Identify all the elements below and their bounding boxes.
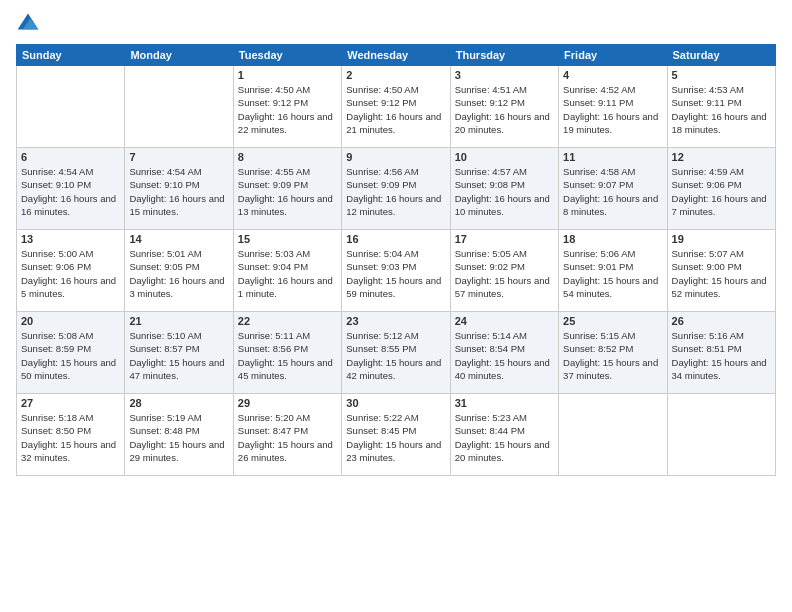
calendar-cell: 16Sunrise: 5:04 AMSunset: 9:03 PMDayligh… bbox=[342, 230, 450, 312]
day-number: 16 bbox=[346, 233, 445, 245]
day-number: 6 bbox=[21, 151, 120, 163]
day-info: Sunrise: 5:11 AMSunset: 8:56 PMDaylight:… bbox=[238, 329, 337, 382]
calendar-cell: 2Sunrise: 4:50 AMSunset: 9:12 PMDaylight… bbox=[342, 66, 450, 148]
day-info: Sunrise: 5:00 AMSunset: 9:06 PMDaylight:… bbox=[21, 247, 120, 300]
day-number: 19 bbox=[672, 233, 771, 245]
day-number: 23 bbox=[346, 315, 445, 327]
day-number: 22 bbox=[238, 315, 337, 327]
day-number: 27 bbox=[21, 397, 120, 409]
calendar-cell: 22Sunrise: 5:11 AMSunset: 8:56 PMDayligh… bbox=[233, 312, 341, 394]
day-number: 31 bbox=[455, 397, 554, 409]
day-number: 24 bbox=[455, 315, 554, 327]
day-number: 30 bbox=[346, 397, 445, 409]
day-number: 4 bbox=[563, 69, 662, 81]
calendar-cell: 26Sunrise: 5:16 AMSunset: 8:51 PMDayligh… bbox=[667, 312, 775, 394]
day-number: 7 bbox=[129, 151, 228, 163]
day-info: Sunrise: 5:08 AMSunset: 8:59 PMDaylight:… bbox=[21, 329, 120, 382]
day-number: 3 bbox=[455, 69, 554, 81]
header bbox=[16, 12, 776, 36]
day-number: 8 bbox=[238, 151, 337, 163]
day-info: Sunrise: 4:54 AMSunset: 9:10 PMDaylight:… bbox=[21, 165, 120, 218]
day-info: Sunrise: 5:15 AMSunset: 8:52 PMDaylight:… bbox=[563, 329, 662, 382]
calendar-cell: 10Sunrise: 4:57 AMSunset: 9:08 PMDayligh… bbox=[450, 148, 558, 230]
calendar-cell: 15Sunrise: 5:03 AMSunset: 9:04 PMDayligh… bbox=[233, 230, 341, 312]
calendar-cell: 1Sunrise: 4:50 AMSunset: 9:12 PMDaylight… bbox=[233, 66, 341, 148]
calendar-cell: 28Sunrise: 5:19 AMSunset: 8:48 PMDayligh… bbox=[125, 394, 233, 476]
calendar-week-5: 27Sunrise: 5:18 AMSunset: 8:50 PMDayligh… bbox=[17, 394, 776, 476]
calendar-week-1: 1Sunrise: 4:50 AMSunset: 9:12 PMDaylight… bbox=[17, 66, 776, 148]
day-info: Sunrise: 4:54 AMSunset: 9:10 PMDaylight:… bbox=[129, 165, 228, 218]
day-number: 5 bbox=[672, 69, 771, 81]
calendar-cell: 17Sunrise: 5:05 AMSunset: 9:02 PMDayligh… bbox=[450, 230, 558, 312]
day-info: Sunrise: 5:23 AMSunset: 8:44 PMDaylight:… bbox=[455, 411, 554, 464]
day-number: 9 bbox=[346, 151, 445, 163]
day-info: Sunrise: 5:16 AMSunset: 8:51 PMDaylight:… bbox=[672, 329, 771, 382]
day-info: Sunrise: 5:04 AMSunset: 9:03 PMDaylight:… bbox=[346, 247, 445, 300]
calendar-table: SundayMondayTuesdayWednesdayThursdayFrid… bbox=[16, 44, 776, 476]
day-info: Sunrise: 4:55 AMSunset: 9:09 PMDaylight:… bbox=[238, 165, 337, 218]
day-info: Sunrise: 5:18 AMSunset: 8:50 PMDaylight:… bbox=[21, 411, 120, 464]
calendar-week-3: 13Sunrise: 5:00 AMSunset: 9:06 PMDayligh… bbox=[17, 230, 776, 312]
day-info: Sunrise: 5:03 AMSunset: 9:04 PMDaylight:… bbox=[238, 247, 337, 300]
calendar-cell: 29Sunrise: 5:20 AMSunset: 8:47 PMDayligh… bbox=[233, 394, 341, 476]
day-info: Sunrise: 4:50 AMSunset: 9:12 PMDaylight:… bbox=[346, 83, 445, 136]
day-number: 17 bbox=[455, 233, 554, 245]
day-number: 18 bbox=[563, 233, 662, 245]
calendar-cell: 12Sunrise: 4:59 AMSunset: 9:06 PMDayligh… bbox=[667, 148, 775, 230]
calendar-cell: 31Sunrise: 5:23 AMSunset: 8:44 PMDayligh… bbox=[450, 394, 558, 476]
day-number: 26 bbox=[672, 315, 771, 327]
calendar-cell: 25Sunrise: 5:15 AMSunset: 8:52 PMDayligh… bbox=[559, 312, 667, 394]
day-info: Sunrise: 5:06 AMSunset: 9:01 PMDaylight:… bbox=[563, 247, 662, 300]
page: SundayMondayTuesdayWednesdayThursdayFrid… bbox=[0, 0, 792, 612]
calendar-cell bbox=[559, 394, 667, 476]
calendar-cell bbox=[125, 66, 233, 148]
calendar-cell: 23Sunrise: 5:12 AMSunset: 8:55 PMDayligh… bbox=[342, 312, 450, 394]
calendar-cell: 11Sunrise: 4:58 AMSunset: 9:07 PMDayligh… bbox=[559, 148, 667, 230]
weekday-header-sunday: Sunday bbox=[17, 45, 125, 66]
calendar-cell bbox=[667, 394, 775, 476]
day-info: Sunrise: 5:10 AMSunset: 8:57 PMDaylight:… bbox=[129, 329, 228, 382]
logo bbox=[16, 12, 44, 36]
day-number: 25 bbox=[563, 315, 662, 327]
calendar-cell: 6Sunrise: 4:54 AMSunset: 9:10 PMDaylight… bbox=[17, 148, 125, 230]
day-number: 15 bbox=[238, 233, 337, 245]
day-number: 1 bbox=[238, 69, 337, 81]
calendar-cell: 7Sunrise: 4:54 AMSunset: 9:10 PMDaylight… bbox=[125, 148, 233, 230]
weekday-header-tuesday: Tuesday bbox=[233, 45, 341, 66]
calendar-cell bbox=[17, 66, 125, 148]
calendar-week-4: 20Sunrise: 5:08 AMSunset: 8:59 PMDayligh… bbox=[17, 312, 776, 394]
day-info: Sunrise: 5:05 AMSunset: 9:02 PMDaylight:… bbox=[455, 247, 554, 300]
day-number: 11 bbox=[563, 151, 662, 163]
day-info: Sunrise: 4:56 AMSunset: 9:09 PMDaylight:… bbox=[346, 165, 445, 218]
day-number: 10 bbox=[455, 151, 554, 163]
day-number: 12 bbox=[672, 151, 771, 163]
day-number: 29 bbox=[238, 397, 337, 409]
day-info: Sunrise: 4:57 AMSunset: 9:08 PMDaylight:… bbox=[455, 165, 554, 218]
day-number: 20 bbox=[21, 315, 120, 327]
calendar-cell: 13Sunrise: 5:00 AMSunset: 9:06 PMDayligh… bbox=[17, 230, 125, 312]
weekday-header-wednesday: Wednesday bbox=[342, 45, 450, 66]
logo-icon bbox=[16, 12, 40, 36]
weekday-header-monday: Monday bbox=[125, 45, 233, 66]
calendar-cell: 4Sunrise: 4:52 AMSunset: 9:11 PMDaylight… bbox=[559, 66, 667, 148]
day-info: Sunrise: 5:07 AMSunset: 9:00 PMDaylight:… bbox=[672, 247, 771, 300]
day-info: Sunrise: 4:59 AMSunset: 9:06 PMDaylight:… bbox=[672, 165, 771, 218]
calendar-cell: 5Sunrise: 4:53 AMSunset: 9:11 PMDaylight… bbox=[667, 66, 775, 148]
calendar-cell: 19Sunrise: 5:07 AMSunset: 9:00 PMDayligh… bbox=[667, 230, 775, 312]
calendar-cell: 24Sunrise: 5:14 AMSunset: 8:54 PMDayligh… bbox=[450, 312, 558, 394]
day-info: Sunrise: 4:58 AMSunset: 9:07 PMDaylight:… bbox=[563, 165, 662, 218]
calendar-cell: 18Sunrise: 5:06 AMSunset: 9:01 PMDayligh… bbox=[559, 230, 667, 312]
calendar-cell: 27Sunrise: 5:18 AMSunset: 8:50 PMDayligh… bbox=[17, 394, 125, 476]
weekday-header-friday: Friday bbox=[559, 45, 667, 66]
day-info: Sunrise: 5:22 AMSunset: 8:45 PMDaylight:… bbox=[346, 411, 445, 464]
day-info: Sunrise: 5:19 AMSunset: 8:48 PMDaylight:… bbox=[129, 411, 228, 464]
calendar-cell: 14Sunrise: 5:01 AMSunset: 9:05 PMDayligh… bbox=[125, 230, 233, 312]
day-info: Sunrise: 4:51 AMSunset: 9:12 PMDaylight:… bbox=[455, 83, 554, 136]
calendar-week-2: 6Sunrise: 4:54 AMSunset: 9:10 PMDaylight… bbox=[17, 148, 776, 230]
day-info: Sunrise: 4:53 AMSunset: 9:11 PMDaylight:… bbox=[672, 83, 771, 136]
calendar-cell: 20Sunrise: 5:08 AMSunset: 8:59 PMDayligh… bbox=[17, 312, 125, 394]
calendar-cell: 9Sunrise: 4:56 AMSunset: 9:09 PMDaylight… bbox=[342, 148, 450, 230]
day-info: Sunrise: 5:01 AMSunset: 9:05 PMDaylight:… bbox=[129, 247, 228, 300]
day-info: Sunrise: 4:50 AMSunset: 9:12 PMDaylight:… bbox=[238, 83, 337, 136]
calendar-header-row: SundayMondayTuesdayWednesdayThursdayFrid… bbox=[17, 45, 776, 66]
